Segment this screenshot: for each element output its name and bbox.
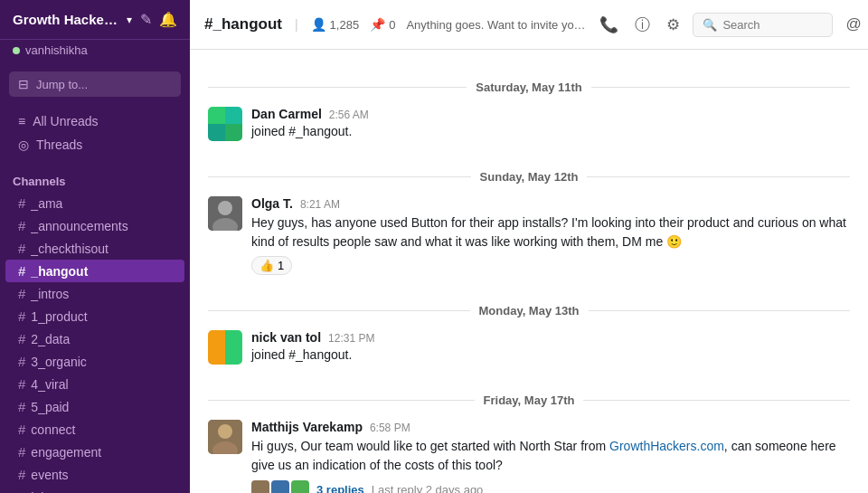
msg-author-matthijs: Matthijs Varekamp — [251, 420, 363, 434]
search-icon: 🔍 — [703, 18, 717, 32]
reply-avatars — [251, 480, 309, 493]
members-count: 👤 1,285 — [311, 17, 360, 32]
channels-section-label: Channels — [0, 164, 190, 192]
reply-avatar-3 — [291, 480, 309, 493]
msg-author-dan: Dan Carmel — [251, 107, 322, 121]
channel-item-events[interactable]: # events — [5, 463, 184, 486]
search-box[interactable]: 🔍 — [693, 13, 833, 37]
hash-icon: # — [18, 218, 25, 233]
channel-name-events: events — [31, 468, 68, 482]
jump-icon: ⊟ — [18, 77, 29, 91]
user-status-dot — [13, 47, 20, 54]
message-group-olga: Olga T. 8:21 AM Hey guys, has anyone use… — [208, 196, 850, 275]
hash-icon: # — [18, 399, 25, 414]
msg-text-olga: Hey guys, has anyone used Button for the… — [251, 213, 850, 251]
channel-item-intros[interactable]: # _intros — [5, 282, 184, 305]
msg-header-matthijs: Matthijs Varekamp 6:58 PM — [251, 420, 850, 434]
channel-name-ama: _ama — [31, 196, 62, 211]
channel-name-3organic: 3_organic — [31, 355, 87, 369]
date-label-saturday: Saturday, May 11th — [476, 81, 582, 94]
topbar: #_hangout | 👤 1,285 📌 0 Anything goes. W… — [190, 0, 868, 50]
msg-author-olga: Olga T. — [251, 196, 293, 211]
user-row: vanhishikha — [0, 40, 190, 66]
reaction-thumbsup[interactable]: 👍 1 — [251, 256, 292, 275]
channel-item-3organic[interactable]: # 3_organic — [5, 350, 184, 373]
hash-icon: # — [18, 331, 25, 346]
channel-item-hangout[interactable]: # _hangout — [5, 260, 184, 282]
channel-name-engagement: engagement — [31, 445, 101, 460]
avatar-dan — [208, 107, 242, 141]
user-name: vanhishikha — [25, 43, 88, 57]
channel-item-jobs[interactable]: # jobs — [5, 486, 184, 493]
hash-icon: # — [18, 467, 25, 482]
workspace-chevron-icon: ▾ — [127, 14, 132, 26]
hash-icon: # — [18, 286, 25, 301]
reply-meta: Last reply 2 days ago — [372, 483, 484, 494]
channel-name-connect: connect — [31, 422, 75, 437]
messages-area: Saturday, May 11th Dan Carmel 2:56 AM jo… — [190, 50, 868, 493]
message-group-matthijs: Matthijs Varekamp 6:58 PM Hi guys, Our t… — [208, 420, 850, 493]
channel-item-engagement[interactable]: # engagement — [5, 441, 184, 463]
channel-item-ama[interactable]: # _ama — [5, 192, 184, 214]
channel-item-4viral[interactable]: # 4_viral — [5, 373, 184, 395]
reaction-emoji: 👍 — [259, 259, 274, 272]
hash-icon: # — [18, 444, 25, 460]
reaction-count: 1 — [278, 259, 284, 272]
channel-name-intros: _intros — [31, 287, 69, 301]
hash-icon: # — [18, 308, 25, 324]
threads-icon: ◎ — [18, 137, 29, 152]
hash-icon: # — [18, 241, 25, 256]
reply-count-link[interactable]: 3 replies — [316, 483, 364, 494]
channel-name-announcements: _announcements — [31, 219, 127, 233]
avatar-nick — [208, 330, 242, 365]
msg-content-nick: nick van tol 12:31 PM joined #_hangout. — [251, 330, 850, 365]
pinned-count: 📌 0 — [370, 17, 395, 32]
jump-to-button[interactable]: ⊟ Jump to... — [9, 71, 181, 97]
channel-item-2data[interactable]: # 2_data — [5, 327, 184, 350]
channel-item-5paid[interactable]: # 5_paid — [5, 395, 184, 418]
msg-text-matthijs: Hi guys, Our team would like to get star… — [251, 437, 850, 475]
gear-icon[interactable]: ⚙ — [663, 12, 684, 38]
channel-item-1product[interactable]: # 1_product — [5, 305, 184, 327]
reply-avatar-2 — [271, 480, 289, 493]
members-count-value: 1,285 — [330, 18, 360, 32]
header-icons: ✎ 🔔 — [140, 11, 177, 28]
at-icon[interactable]: @ — [842, 12, 864, 37]
channel-name-1product: 1_product — [31, 309, 87, 324]
date-label-monday: Monday, May 13th — [479, 304, 580, 318]
sidebar-item-threads[interactable]: ◎ Threads — [5, 133, 184, 156]
date-divider-sunday: Sunday, May 12th — [208, 170, 850, 184]
channel-item-connect[interactable]: # connect — [5, 418, 184, 441]
search-input[interactable] — [722, 18, 813, 32]
avatar-olga — [208, 196, 242, 231]
help-icon[interactable]: ✎ — [140, 11, 152, 28]
topbar-meta: 👤 1,285 📌 0 Anything goes. Want to invit… — [311, 17, 588, 32]
sidebar-item-all-unreads[interactable]: ≡ All Unreads — [5, 109, 184, 133]
sidebar: Growth Hacker ... ▾ ✎ 🔔 vanhishikha ⊟ Ju… — [0, 0, 190, 493]
hash-icon: # — [18, 354, 25, 369]
channel-name-2data: 2_data — [31, 332, 70, 346]
channel-title: #_hangout — [204, 15, 282, 33]
msg-link-growthhackers[interactable]: GrowthHackers.com — [609, 439, 724, 453]
sidebar-nav: ≡ All Unreads ◎ Threads — [0, 102, 190, 164]
topbar-right: 📞 ⓘ ⚙ 🔍 @ ☆ ⋮ — [596, 11, 868, 39]
channel-name-hangout: _hangout — [31, 264, 88, 279]
msg-header-olga: Olga T. 8:21 AM — [251, 196, 850, 211]
svg-point-1 — [218, 201, 232, 215]
channel-name-jobs: jobs — [31, 490, 54, 494]
unreads-label: All Unreads — [33, 114, 98, 128]
phone-icon[interactable]: 📞 — [596, 12, 622, 38]
msg-header-nick: nick van tol 12:31 PM — [251, 330, 850, 345]
info-icon[interactable]: ⓘ — [631, 11, 654, 39]
bell-icon[interactable]: 🔔 — [159, 11, 177, 28]
hash-icon: # — [18, 489, 25, 493]
reply-avatar-1 — [251, 480, 269, 493]
channel-name-4viral: 4_viral — [31, 377, 68, 392]
workspace-name-area[interactable]: Growth Hacker ... ▾ — [13, 12, 132, 27]
date-divider-monday: Monday, May 13th — [208, 304, 850, 318]
msg-time-matthijs: 6:58 PM — [370, 422, 410, 434]
msg-time-nick: 12:31 PM — [328, 332, 374, 345]
channel-item-checkthisout[interactable]: # _checkthisout — [5, 237, 184, 260]
channel-item-announcements[interactable]: # _announcements — [5, 214, 184, 237]
members-icon: 👤 — [311, 17, 326, 32]
